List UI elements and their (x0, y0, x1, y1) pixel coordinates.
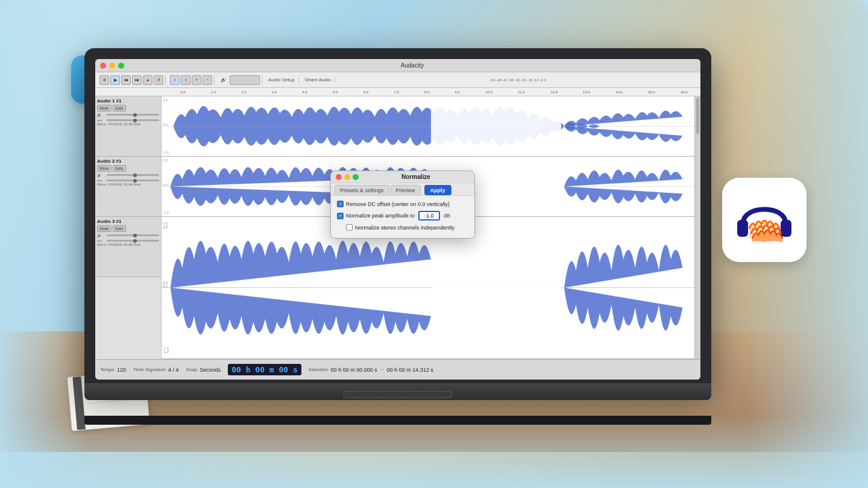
track-3-header: Audio 3 #1 Mute Solo 🔊 (95, 217, 161, 277)
solo-button-3[interactable]: Solo (113, 225, 126, 232)
time-sig-label: Time Signature (133, 367, 166, 372)
track-3-name: Audio 3 #1 (97, 219, 159, 224)
track-3-info: Mono, 44100Hz 32-bit float (97, 243, 159, 248)
ruler-mark: 14.0 (615, 90, 623, 94)
svg-text:0.0: 0.0 (163, 280, 168, 289)
ruler-mark: 13.0 (583, 90, 590, 94)
zoom-in-tool[interactable]: + (192, 75, 201, 85)
dialog-tabs: Presets & settings Preview Apply (331, 183, 474, 196)
share-audio-section: Share Audio (301, 77, 336, 83)
solo-button-2[interactable]: Solo (113, 165, 126, 172)
stereo-row: Normalize stereo channels independently (337, 224, 468, 231)
record-button[interactable]: ● (143, 75, 153, 85)
pan-track-2[interactable] (107, 180, 159, 181)
tempo-label: Tempo (100, 367, 115, 372)
ruler-mark: 6.0 (363, 90, 368, 94)
audacity-icon-graphic (734, 193, 794, 247)
gain-slider[interactable] (230, 75, 260, 85)
ruler-mark: 12.0 (550, 90, 558, 94)
svg-rect-24 (781, 220, 791, 237)
audacity-window: Audacity ⏸ ▶ ⏮ ⏭ ● (95, 59, 700, 380)
ruler-mark: 10.0 (485, 90, 492, 94)
track-1-controls: Mute Solo (97, 105, 159, 111)
selection-end: 00 h 00 m 14.312 s (387, 367, 433, 373)
ruler-mark: 15.0 (648, 90, 655, 94)
selection-start: 00 h 00 m 00.000 s (331, 367, 377, 373)
pan-slider-2: ⟺ (97, 178, 159, 183)
tool-controls: I ⌇ + − (168, 75, 215, 85)
remove-dc-label[interactable]: Remove DC offset (center on 0.0 vertical… (337, 201, 450, 207)
pan-icon-1: ⟺ (97, 118, 105, 122)
dialog-maximize-button[interactable] (353, 174, 359, 180)
dialog-minimize-button[interactable] (344, 174, 350, 180)
stereo-text: Normalize stereo channels independently (355, 225, 454, 231)
pause-button[interactable]: ⏸ (99, 75, 109, 85)
gain-track-1[interactable] (107, 114, 159, 116)
loop-button[interactable]: ↺ (154, 75, 163, 85)
pan-track-1[interactable] (107, 119, 159, 121)
dialog-window-controls (336, 174, 359, 180)
pan-icon-3: ⟺ (97, 239, 105, 243)
snap-label: Snap (186, 367, 198, 372)
track-1-name: Audio 1 #1 (97, 98, 159, 104)
selection-separator: → (380, 367, 385, 372)
dialog-close-button[interactable] (336, 174, 342, 180)
ruler-mark: 11.0 (518, 90, 525, 94)
gain-icon-1: 🔊 (97, 113, 105, 117)
ruler-mark: 5.0 (333, 90, 338, 94)
window-title: Audacity (129, 62, 696, 69)
remove-dc-checkbox[interactable] (337, 201, 344, 207)
statusbar: Tempo 120 Time Signature 4 / 4 Snap Seco… (95, 359, 700, 380)
scrollbar-thumb[interactable] (696, 98, 699, 134)
play-button[interactable]: ▶ (110, 75, 120, 85)
ruler-mark: 4.0 (303, 90, 307, 94)
dialog-titlebar: Normalize (331, 171, 474, 183)
gain-slider-2: 🔊 (97, 173, 159, 177)
gain-icon-2: 🔊 (97, 173, 105, 177)
mute-button-2[interactable]: Mute (97, 165, 112, 172)
headphones-svg (734, 193, 794, 247)
waveform-svg-1: 1.0 0.0 -1.0 (162, 96, 694, 156)
waveform-track-1[interactable]: 1.0 0.0 -1.0 (162, 96, 694, 157)
audio-setup-label[interactable]: Audio Setup (266, 77, 297, 83)
gain-slider-3: 🔊 (97, 233, 159, 237)
gain-track-2[interactable] (107, 174, 159, 176)
laptop-screen: Audacity ⏸ ▶ ⏮ ⏭ ● (84, 48, 711, 386)
presets-tab[interactable]: Presets & settings (335, 185, 389, 195)
close-button[interactable] (100, 63, 106, 69)
selection-tool[interactable]: I (170, 75, 180, 85)
ruler-mark: 1.0 (211, 90, 216, 94)
pan-slider-1: ⟺ (97, 118, 159, 122)
maximize-button[interactable] (118, 63, 124, 69)
timecode-display: 00 h 00 m 00 s (228, 364, 301, 375)
svg-text:-1.0: -1.0 (163, 345, 169, 355)
vu-meters: -54 -48 -42 -36 -30 -24 -18 -12 -6 0 (338, 78, 698, 82)
track-2-header: Audio 2 #1 Mute Solo 🔊 (95, 157, 161, 217)
envelope-tool[interactable]: ⌇ (181, 75, 190, 85)
audacity-app-icon[interactable] (722, 178, 807, 262)
stereo-checkbox[interactable] (346, 224, 353, 231)
skip-fwd-button[interactable]: ⏭ (132, 75, 142, 85)
vertical-scrollbar[interactable] (694, 96, 700, 359)
mute-button-1[interactable]: Mute (97, 105, 112, 111)
normalize-peak-checkbox[interactable] (337, 213, 344, 219)
mute-button-3[interactable]: Mute (97, 225, 112, 232)
gain-track-3[interactable] (107, 234, 159, 236)
zoom-out-tool[interactable]: − (203, 75, 212, 85)
pan-track-3[interactable] (107, 240, 159, 242)
solo-button-1[interactable]: Solo (113, 105, 126, 111)
track-2-name: Audio 2 #1 (97, 158, 159, 164)
peak-value-input[interactable] (418, 211, 440, 221)
gain-controls: 🔊 (217, 75, 262, 85)
svg-rect-12 (431, 96, 561, 156)
preview-tab[interactable]: Preview (391, 185, 421, 195)
stereo-label[interactable]: Normalize stereo channels independently (346, 224, 468, 231)
db-unit-label: dB (444, 213, 450, 219)
minimize-button[interactable] (109, 63, 115, 69)
skip-back-button[interactable]: ⏮ (121, 75, 131, 85)
share-audio-label[interactable]: Share Audio (303, 77, 333, 83)
svg-text:0.0: 0.0 (163, 183, 168, 187)
apply-button[interactable]: Apply (424, 185, 451, 195)
normalize-peak-label[interactable]: Normalize peak amplitude to (337, 213, 415, 219)
svg-text:-1.0: -1.0 (163, 211, 169, 214)
